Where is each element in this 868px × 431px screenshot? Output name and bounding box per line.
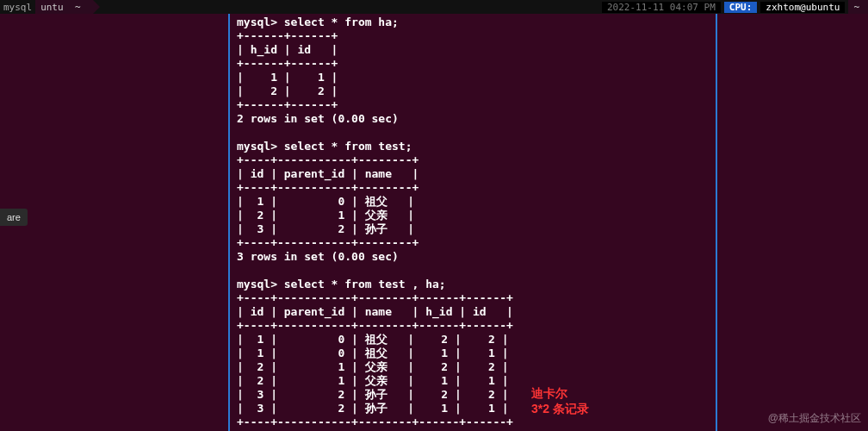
q2-border3: +----+-----------+--------+	[237, 236, 418, 249]
q1-border: +------+------+	[237, 29, 338, 42]
terminal-output: mysql> select * from ha; +------+------+…	[237, 16, 709, 431]
cpu-label: CPU:	[724, 2, 758, 13]
q3-header: | id | parent_id | name | h_id | id |	[237, 305, 513, 318]
q3-prompt: mysql> select * from test , ha;	[237, 278, 446, 290]
q3-border: +----+-----------+--------+------+------…	[237, 291, 513, 304]
q3-row: | 1 | 0 | 祖父 | 2 | 2 |	[237, 333, 509, 346]
tilde-left: ~	[75, 2, 81, 13]
q1-header: | h_id | id |	[237, 43, 338, 56]
topbar-right: 2022-11-11 04:07 PM CPU: zxhtom@ubuntu ~	[602, 0, 868, 14]
q2-row: | 2 | 1 | 父亲 |	[237, 209, 414, 222]
pane-terminal[interactable]: mysql> select * from ha; +------+------+…	[230, 14, 717, 431]
share-button[interactable]: are	[0, 209, 28, 226]
q1-border3: +------+------+	[237, 98, 338, 111]
q2-row: | 1 | 0 | 祖父 |	[237, 195, 414, 208]
q1-footer: 2 rows in set (0.00 sec)	[237, 112, 399, 125]
q2-prompt: mysql> select * from test;	[237, 140, 412, 153]
q2-row: | 3 | 2 | 孙子 |	[237, 222, 414, 235]
annotation-cartesian: 迪卡尔 3*2 条记录	[531, 385, 589, 416]
pane-left[interactable]	[0, 14, 230, 431]
q2-footer: 3 rows in set (0.00 sec)	[237, 250, 399, 263]
q3-row: | 2 | 1 | 父亲 | 1 | 1 |	[237, 374, 509, 387]
datetime-label: 2022-11-11 04:07 PM	[602, 2, 721, 13]
q3-row: | 3 | 2 | 孙子 | 1 | 1 |	[237, 402, 509, 415]
q1-border2: +------+------+	[237, 57, 338, 70]
q3-row: | 1 | 0 | 祖父 | 1 | 1 |	[237, 347, 509, 359]
annotation-line1: 迪卡尔	[531, 385, 589, 401]
q3-border3: +----+-----------+--------+------+------…	[237, 415, 513, 428]
user-host-label: zxhtom@ubuntu	[760, 2, 845, 13]
q1-row: | 1 | 1 |	[237, 71, 338, 84]
pane-right[interactable]	[717, 14, 868, 431]
tab-ubuntu-left[interactable]: untu ~	[35, 0, 92, 14]
q3-border2: +----+-----------+--------+------+------…	[237, 319, 513, 332]
top-bar: mysql untu ~ 2022-11-11 04:07 PM CPU: zx…	[0, 0, 868, 14]
q1-prompt: mysql> select * from ha;	[237, 16, 399, 28]
q2-border: +----+-----------+--------+	[237, 153, 418, 166]
tab-mysql[interactable]: mysql	[0, 2, 35, 13]
tilde-right: ~	[848, 0, 868, 14]
q3-row: | 2 | 1 | 父亲 | 2 | 2 |	[237, 360, 509, 373]
q3-row: | 3 | 2 | 孙子 | 2 | 2 |	[237, 388, 509, 401]
q1-row: | 2 | 2 |	[237, 84, 338, 97]
annotation-line2: 3*2 条记录	[531, 401, 589, 416]
q2-border2: +----+-----------+--------+	[237, 181, 418, 194]
q2-header: | id | parent_id | name |	[237, 167, 418, 180]
tab-ubuntu-label: untu	[40, 2, 64, 13]
watermark: @稀土掘金技术社区	[768, 411, 861, 426]
